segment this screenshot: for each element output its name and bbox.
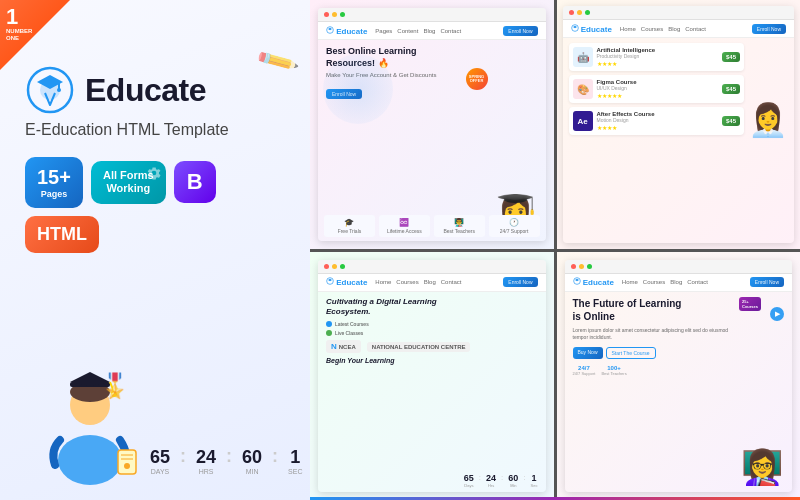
lifetime-label: Lifetime Access [387, 228, 422, 234]
course-card-figma: 🎨 Figma Course UI/UX Design ★★★★★ $45 [569, 75, 745, 103]
preview-top-left: Educate Pages Content Blog Contact Enrol… [310, 0, 554, 249]
nav-enroll-btn-3[interactable]: Enroll Now [503, 277, 537, 287]
timer-days-num: 65 [150, 447, 170, 468]
mini-sep-1: : [479, 473, 481, 488]
digital-headline: Cultivating a Digital LearningEcosystem. [326, 297, 538, 318]
nav-items-2: Home Courses Blog Contact [620, 26, 706, 32]
timer-sep-2: : [226, 446, 232, 475]
student-emoji-2: 👩‍💼 [748, 101, 788, 139]
nav-home-4: Home [622, 279, 638, 285]
ai-info: Artificial Intelligence Productivity Des… [597, 47, 656, 67]
feature-row-1: 🎓 Free Trials ♾️ Lifetime Access 👨‍🏫 Bes… [324, 215, 540, 237]
nav-blog: Blog [423, 28, 435, 34]
mini-sec-num: 1 [532, 473, 537, 483]
badge-text-number: NUMBERONE [6, 28, 32, 42]
nav-contact-2: Contact [685, 26, 706, 32]
gear-icon [146, 165, 162, 181]
figma-stars: ★★★★★ [597, 92, 622, 99]
mini-days-label: Days [464, 483, 473, 488]
dot-yellow-1 [332, 12, 337, 17]
mini-days-num: 65 [464, 473, 474, 483]
feature-free-trials: 🎓 Free Trials [324, 215, 375, 237]
dot-red-1 [324, 12, 329, 17]
dot-red-3 [324, 264, 329, 269]
badge-forms: All Forms Working [91, 161, 166, 203]
live-classes-label: Live Classes [335, 330, 363, 336]
svg-marker-17 [328, 27, 332, 30]
future-layout: The Future of Learningis Online Lorem ip… [573, 297, 785, 488]
mini-browser-1: Educate Pages Content Blog Contact Enrol… [318, 8, 546, 241]
nav-logo-1: Educate [326, 26, 367, 36]
ai-thumb: 🤖 [573, 47, 593, 67]
svg-marker-19 [573, 25, 577, 28]
preview-bottom-right: Educate Home Courses Blog Contact Enroll… [557, 252, 801, 501]
figma-price: $45 [722, 84, 740, 94]
preview-top-right: Educate Home Courses Blog Contact Enroll… [557, 0, 801, 249]
timer-sep-3: : [272, 446, 278, 475]
browser-bar-2 [563, 6, 795, 20]
mini-nav-4: Educate Home Courses Blog Contact Enroll… [565, 274, 793, 292]
mini-nav-3: Educate Home Courses Blog Contact Enroll… [318, 274, 546, 292]
nav-blog-4: Blog [670, 279, 682, 285]
mini-timer-days: 65 Days [464, 473, 474, 488]
right-panel: Educate Pages Content Blog Contact Enrol… [310, 0, 800, 500]
courses-count-badge: 25+Courses [739, 297, 761, 311]
browser-bar-4 [565, 260, 793, 274]
nav-enroll-btn-2[interactable]: Enroll Now [752, 24, 786, 34]
timer-hours-num: 24 [196, 447, 216, 468]
dot-green-4 [587, 264, 592, 269]
tagline: E-Education HTML Template [25, 121, 285, 139]
nav-logo-3: Educate [326, 277, 367, 287]
mini-nav-2: Educate Home Courses Blog Contact Enroll… [563, 20, 795, 38]
logo-area: Educate [25, 65, 285, 115]
ai-cat: Productivity Design [597, 53, 656, 59]
timer-sec-label: Sec [288, 468, 302, 475]
start-course-btn[interactable]: Start The Course [606, 347, 656, 359]
nav-enroll-btn-1[interactable]: Enroll Now [503, 26, 537, 36]
figma-thumb: 🎨 [573, 79, 593, 99]
badges-row: 15+ Pages All Forms Working B HTML [25, 157, 285, 253]
nav-courses-3: Courses [396, 279, 418, 285]
stat-teachers-label: Best Teachers [601, 371, 626, 376]
main-container: 1 NUMBERONE ✏️ Educate E-Education HTML … [0, 0, 800, 500]
hero-layout-1: Best Online LearningResources! 🔥 Make Yo… [326, 46, 538, 235]
stat-support: 24/7 24/7 Support [573, 365, 596, 376]
nav-logo-icon-1 [326, 26, 334, 34]
list-item-latest: Latest Courses [326, 321, 538, 327]
content-2-layout: 🤖 Artificial Intelligence Productivity D… [569, 43, 789, 139]
student-col: 👩‍💼 [748, 43, 788, 139]
stat-teachers: 100+ Best Teachers [601, 365, 626, 376]
badge-bootstrap: B [174, 161, 216, 203]
play-btn[interactable]: ▶ [770, 307, 784, 321]
figma-info: Figma Course UI/UX Design ★★★★★ [597, 79, 637, 99]
nav-blog-3: Blog [424, 279, 436, 285]
list-item-live: Live Classes [326, 330, 538, 336]
mini-timer-min: 60 Min [508, 473, 518, 488]
future-subtext: Lorem ipsum dolor sit amet consectetur a… [573, 327, 736, 342]
mini-min-num: 60 [508, 473, 518, 483]
timer-min-label: Min [246, 468, 259, 475]
nav-enroll-btn-4[interactable]: Enroll Now [750, 277, 784, 287]
hero-glow [323, 54, 393, 124]
lifetime-icon: ♾️ [382, 218, 427, 227]
pages-label: Pages [41, 189, 68, 200]
ae-info: After Effects Course Motion Design ★★★★ [597, 111, 655, 131]
buy-now-btn[interactable]: Buy Now [573, 347, 603, 359]
timer-sec-num: 1 [290, 447, 300, 468]
mini-sep-3: : [523, 473, 525, 488]
ae-thumb: Ae [573, 111, 593, 131]
mini-min-label: Min [510, 483, 516, 488]
nec-logo: NATIONAL EDUCATION CENTRE [367, 342, 471, 352]
preview-bottom-left: Educate Home Courses Blog Contact Enroll… [310, 252, 554, 501]
number-one-badge: 1 NUMBERONE [0, 0, 70, 70]
timer-days: 65 Days [150, 447, 170, 475]
mini-content-4: The Future of Learningis Online Lorem ip… [565, 292, 793, 493]
play-icon: ▶ [775, 310, 780, 318]
future-headline: The Future of Learningis Online [573, 297, 736, 323]
mini-browser-4: Educate Home Courses Blog Contact Enroll… [565, 260, 793, 493]
bottom-stats: 24/7 24/7 Support 100+ Best Teachers [573, 365, 736, 376]
latest-courses-label: Latest Courses [335, 321, 369, 327]
nav-contact-3: Contact [441, 279, 462, 285]
free-trials-label: Free Trials [338, 228, 362, 234]
stat-support-label: 24/7 Support [573, 371, 596, 376]
